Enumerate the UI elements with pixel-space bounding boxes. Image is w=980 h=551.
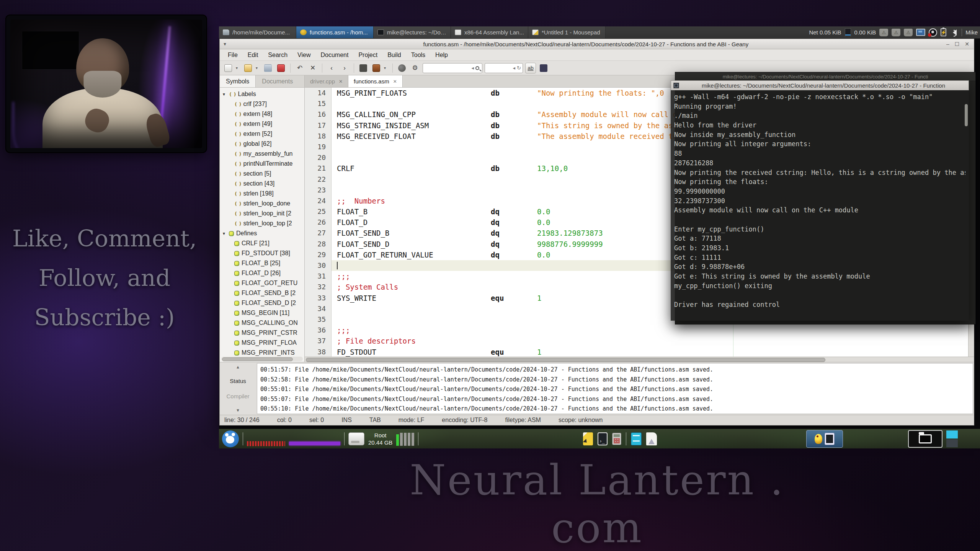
- menu-item[interactable]: Build: [382, 52, 406, 59]
- nav-forward-button[interactable]: ›: [339, 63, 350, 73]
- symbol-item[interactable]: strlen_loop_top [2: [220, 218, 304, 228]
- chevron-down-icon[interactable]: ▾: [256, 66, 260, 70]
- scroll-up-icon[interactable]: ▲: [236, 365, 240, 369]
- taskbar-window-button[interactable]: mike@lectures: ~/Doc...: [374, 26, 451, 38]
- symbol-item[interactable]: FLOAT_SEND_D [2: [220, 298, 304, 308]
- symbol-item[interactable]: FLOAT_D [26]: [220, 268, 304, 278]
- color-chooser-button[interactable]: ⚙: [410, 63, 420, 73]
- symbol-item[interactable]: strlen_loop_init [2: [220, 209, 304, 218]
- battery-icon[interactable]: ⚡: [941, 28, 946, 36]
- symbol-item[interactable]: section [5]: [220, 169, 304, 179]
- save-all-button[interactable]: [276, 63, 286, 73]
- scroll-down-icon[interactable]: ▼: [236, 408, 240, 412]
- tab-status[interactable]: Status: [230, 378, 246, 384]
- symbol-item[interactable]: FD_STDOUT [38]: [220, 248, 304, 258]
- file-manager-window-button[interactable]: [908, 430, 942, 448]
- minimize-icon[interactable]: –: [946, 41, 949, 47]
- symbol-item[interactable]: strlen_loop_done: [220, 199, 304, 209]
- workspace-active[interactable]: [946, 430, 958, 439]
- symbol-item[interactable]: CRLF [21]: [220, 238, 304, 248]
- symbol-item[interactable]: crlf [237]: [220, 99, 304, 109]
- terminal-launcher-icon[interactable]: ›_: [598, 432, 608, 445]
- status-messages[interactable]: 00:51:57: File /home/mike/Documents/Next…: [257, 363, 973, 414]
- whisker-menu-icon[interactable]: [222, 430, 239, 447]
- code-line[interactable]: 36 ;;;: [305, 325, 974, 336]
- maximize-icon[interactable]: ☐: [955, 41, 960, 47]
- clear-icon[interactable]: ◂: [471, 65, 474, 71]
- symbol-item[interactable]: MSG_CALLING_ON: [220, 318, 304, 328]
- menu-item[interactable]: View: [292, 52, 315, 59]
- menu-item[interactable]: Help: [430, 52, 453, 59]
- revert-button[interactable]: ↶: [294, 63, 305, 73]
- symbol-item[interactable]: FLOAT_GOT_RETU: [220, 278, 304, 288]
- code-line[interactable]: 38 FD_STDOUTequ1: [305, 347, 974, 357]
- activity-bar-graph[interactable]: [289, 442, 340, 445]
- taskbar-window-button[interactable]: functions.asm - /hom...: [296, 26, 374, 38]
- editor-tab[interactable]: driver.cpp ✕: [305, 75, 348, 87]
- terminal-prompt[interactable]: mike@lectures:2024-10-27 - Functions and…: [674, 310, 965, 319]
- file-manager-launcher-icon[interactable]: [631, 432, 642, 445]
- compile-button[interactable]: [358, 63, 369, 73]
- symbol-item[interactable]: FLOAT_SEND_B [2: [220, 288, 304, 298]
- build-button[interactable]: [371, 63, 382, 73]
- symbol-item[interactable]: FLOAT_B [25]: [220, 258, 304, 268]
- tab-compiler[interactable]: Compiler: [226, 393, 249, 399]
- chevron-down-icon[interactable]: ▾: [384, 66, 389, 70]
- tree-expander-icon[interactable]: ▼: [222, 231, 227, 236]
- close-icon[interactable]: ✕: [965, 41, 969, 47]
- menu-item[interactable]: Edit: [243, 52, 263, 59]
- save-button[interactable]: [263, 63, 273, 73]
- editor-tab[interactable]: functions.asm ✕: [348, 75, 403, 87]
- chevron-down-icon[interactable]: ▾: [236, 66, 240, 70]
- tree-group-defines[interactable]: ▼ Defines: [220, 228, 304, 238]
- mousepad-launcher-icon[interactable]: [583, 432, 593, 445]
- symbol-item[interactable]: MSG_BEGIN [11]: [220, 308, 304, 318]
- replace-button[interactable]: ab: [525, 63, 536, 73]
- editor-horizontal-scrollbar[interactable]: [305, 357, 974, 362]
- warning-tray-icon[interactable]: ⚠: [892, 29, 900, 36]
- geany-titlebar[interactable]: ▼ functions.asm - /home/mike/Documents/N…: [220, 39, 974, 49]
- terminal-titlebar[interactable]: mike@lectures: ~/Documents/NextCloud/neu…: [671, 80, 969, 90]
- symbol-item[interactable]: strlen [198]: [220, 189, 304, 199]
- close-tab-icon[interactable]: ✕: [339, 79, 343, 84]
- menu-item[interactable]: Tools: [406, 52, 430, 59]
- symbol-item[interactable]: section [43]: [220, 179, 304, 189]
- drive-icon[interactable]: [348, 432, 364, 445]
- terminal-output[interactable]: g++ -Wall -m64 -gdwarf-2 -no-pie -z noex…: [671, 90, 969, 321]
- menu-item[interactable]: Search: [263, 52, 292, 59]
- speaker-icon[interactable]: [950, 29, 957, 36]
- symbol-item[interactable]: global [62]: [220, 139, 304, 149]
- close-document-button[interactable]: ✕: [307, 63, 318, 73]
- sidebar-horizontal-scrollbar[interactable]: [221, 357, 303, 361]
- obs-recording-icon[interactable]: [929, 28, 937, 37]
- calculator-launcher-icon[interactable]: [612, 433, 621, 445]
- workspace-pager[interactable]: [946, 430, 958, 447]
- symbol-item[interactable]: printNullTerminate: [220, 159, 304, 169]
- symbol-item[interactable]: extern [52]: [220, 129, 304, 139]
- menu-item[interactable]: Project: [353, 52, 382, 59]
- tree-group-labels[interactable]: ▼ Labels: [220, 89, 304, 99]
- taskbar-window-button[interactable]: /home/mike/Docume...: [219, 26, 296, 38]
- cpu-history-graph[interactable]: [247, 438, 285, 446]
- close-tab-icon[interactable]: ✕: [393, 79, 397, 84]
- nav-back-button[interactable]: ‹: [326, 63, 337, 73]
- sidebar-tab[interactable]: Documents: [256, 75, 299, 87]
- log-viewer-launcher-icon[interactable]: [646, 432, 657, 445]
- taskbar-window-button[interactable]: *Untitled 1 - Mousepad: [528, 26, 606, 38]
- quit-button[interactable]: [538, 63, 549, 73]
- sidebar-tab[interactable]: Symbols: [220, 75, 256, 87]
- terminal-scrollbar[interactable]: [965, 104, 968, 126]
- taskbar-window-button[interactable]: x86-64 Assembly Lan...: [451, 26, 528, 38]
- workspace-inactive[interactable]: [946, 439, 958, 447]
- symbol-item[interactable]: my_assembly_fun: [220, 149, 304, 159]
- active-app-button[interactable]: [806, 430, 843, 448]
- display-tray-icon[interactable]: [916, 29, 925, 36]
- symbol-item[interactable]: MSG_PRINT_INTS: [220, 348, 304, 356]
- warning-tray-icon[interactable]: ⚠: [904, 29, 913, 36]
- code-line[interactable]: 37 ; File descriptors: [305, 336, 974, 346]
- window-menu-icon[interactable]: ▼: [223, 42, 227, 46]
- search-input[interactable]: ◂: [423, 63, 482, 73]
- tree-expander-icon[interactable]: ▼: [222, 92, 227, 96]
- user-menu[interactable]: Mike: [965, 29, 978, 36]
- menu-item[interactable]: Document: [315, 52, 353, 59]
